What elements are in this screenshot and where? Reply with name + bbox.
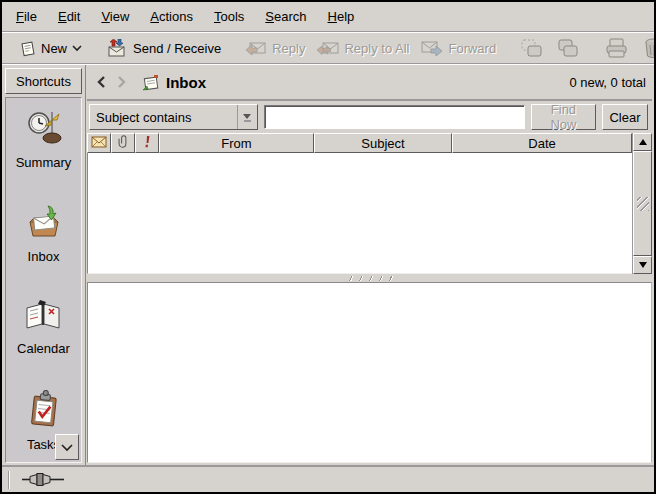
column-header-date[interactable]: Date [452,133,632,153]
dropdown-arrow-icon [237,105,257,129]
toolbar: New Send / Receive [2,33,654,63]
inbox-icon [24,204,64,243]
folder-header: Inbox 0 new, 0 total [87,65,652,99]
reply-button[interactable]: Reply [239,37,311,59]
column-header-importance[interactable] [135,133,159,153]
send-receive-label: Send / Receive [133,41,221,56]
column-header-subject[interactable]: Subject [314,133,452,153]
menu-search[interactable]: Search [263,6,308,27]
scrollbar-thumb[interactable] [633,151,652,256]
menu-view[interactable]: View [99,6,131,27]
new-button-label: New [41,41,67,56]
new-note-icon [19,40,36,57]
folder-title: Inbox [166,74,206,91]
arrow-up-icon [639,139,647,145]
send-receive-icon [106,39,128,57]
shortcut-panel: Summary Inbox [5,97,82,463]
calendar-icon [23,298,63,335]
menu-tools[interactable]: Tools [212,6,246,27]
mail-view: Inbox 0 new, 0 total Subject contains Fi… [86,65,654,465]
shortcut-bar: Shortcuts [2,65,86,465]
reply-to-all-icon [317,40,339,56]
search-input[interactable] [264,105,525,129]
message-list-body[interactable] [87,153,632,274]
evolution-window: File Edit View Actions Tools Search Help… [0,0,656,494]
menu-edit[interactable]: Edit [56,6,82,27]
forward-label: Forward [448,41,496,56]
shortcut-item-summary[interactable]: Summary [16,110,72,170]
shortcuts-group-label: Shortcuts [16,74,71,89]
online-status-button[interactable] [22,473,64,486]
attachment-icon [118,134,128,152]
search-bar: Subject contains Find Now Clear [87,99,652,133]
menu-file[interactable]: File [14,6,39,27]
column-header-attachment[interactable] [111,133,135,153]
importance-icon [144,135,151,151]
reply-label: Reply [272,41,305,56]
column-label-from: From [221,136,251,151]
summary-icon [25,110,63,149]
shortcut-item-calendar[interactable]: Calendar [17,298,70,356]
reply-to-all-button[interactable]: Reply to All [311,37,415,59]
inbox-folder-icon [141,74,160,91]
folder-message-count: 0 new, 0 total [569,75,646,90]
new-button[interactable]: New [13,37,88,60]
search-criteria-value: Subject contains [90,110,237,125]
chevron-down-icon [72,44,82,52]
status-bar [2,465,654,492]
shortcut-label-calendar: Calendar [17,341,70,356]
message-list: From Subject Date [87,133,652,274]
move-to-folder-button[interactable] [514,35,550,61]
shortcut-label-summary: Summary [16,155,72,170]
content-area: Shortcuts [2,65,654,465]
reply-to-all-label: Reply to All [344,41,409,56]
forward-nav-button[interactable] [113,73,129,91]
copy-to-folder-icon [556,38,580,58]
message-list-scrollbar [632,133,652,274]
search-criteria-dropdown[interactable]: Subject contains [89,104,258,130]
forward-button[interactable]: Forward [415,37,502,59]
scrollbar-up-button[interactable] [633,133,652,151]
forward-icon [421,40,443,56]
scrollbar-grip-icon [637,197,649,211]
tasks-icon [26,390,62,431]
column-header-message-status[interactable] [87,133,111,153]
back-button[interactable] [93,73,109,91]
shortcut-item-inbox[interactable]: Inbox [24,204,64,264]
column-label-date: Date [528,136,555,151]
print-button[interactable] [598,34,636,62]
reply-icon [245,40,267,56]
chevron-down-icon [61,440,73,455]
arrow-down-icon [639,262,647,268]
copy-to-folder-button[interactable] [550,35,586,61]
send-receive-button[interactable]: Send / Receive [100,36,227,60]
column-label-subject: Subject [361,136,404,151]
message-list-header: From Subject Date [87,133,632,153]
delete-button[interactable] [636,34,656,62]
delete-icon [642,37,656,59]
find-now-button[interactable]: Find Now [531,104,596,130]
move-to-folder-icon [520,38,544,58]
message-status-icon [91,136,107,151]
status-bar-grip [8,471,10,489]
menubar: File Edit View Actions Tools Search Help [2,2,654,31]
shortcut-scroll-down-button[interactable] [55,434,79,460]
shortcuts-group-button[interactable]: Shortcuts [5,68,82,94]
column-header-from[interactable]: From [159,133,314,153]
scrollbar-down-button[interactable] [633,256,652,274]
cable-connector-icon [22,473,64,486]
shortcut-label-inbox: Inbox [28,249,60,264]
clear-button[interactable]: Clear [602,104,648,130]
splitter-grip-icon [347,276,393,281]
menu-actions[interactable]: Actions [148,6,195,27]
print-icon [604,37,630,59]
pane-splitter[interactable] [87,274,652,282]
preview-pane[interactable] [87,282,652,463]
menu-help[interactable]: Help [326,6,357,27]
